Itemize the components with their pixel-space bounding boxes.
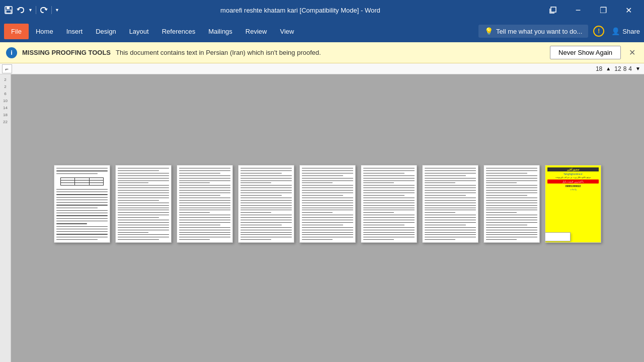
ruler-mark: 10 xyxy=(0,98,11,105)
paste-options-tooltip[interactable]: (Ctrl) ▼ xyxy=(545,232,571,241)
ruler-mark: 2 xyxy=(0,83,11,90)
ruler-mark: 6 xyxy=(0,90,11,98)
page-thumbnail-6[interactable] xyxy=(361,165,417,243)
close-button[interactable]: ✕ xyxy=(617,2,640,18)
page-thumbnail-2[interactable] xyxy=(115,165,172,243)
tab-selector-button[interactable]: ⌐ xyxy=(2,64,12,73)
ad-phone: 09881366622 xyxy=(547,185,599,188)
warning-icon[interactable]: ! xyxy=(593,26,604,37)
svg-rect-3 xyxy=(551,7,556,12)
lightbulb-icon: 💡 xyxy=(485,27,493,35)
menu-item-layout[interactable]: Layout xyxy=(123,25,155,38)
svg-rect-2 xyxy=(6,10,11,13)
menu-item-design[interactable]: Design xyxy=(90,25,122,38)
notification-message: This document contains text in Persian (… xyxy=(116,49,321,56)
menu-item-home[interactable]: Home xyxy=(30,25,59,38)
page-thumbnail-5[interactable] xyxy=(299,165,356,243)
page-thumbnail-3[interactable] xyxy=(177,165,233,243)
page-number-18: 18 xyxy=(596,65,602,72)
page-thumbnail-4[interactable] xyxy=(238,165,294,243)
ruler-mark: 2 xyxy=(0,76,11,83)
minimize-button[interactable]: − xyxy=(567,2,590,18)
ribbon-menu-bar: File Home Insert Design Layout Reference… xyxy=(0,20,644,42)
page-thumbnail-8[interactable] xyxy=(484,165,540,243)
ruler-mark: 22 xyxy=(0,119,11,126)
ruler-mark: 18 xyxy=(0,112,11,119)
never-show-again-button[interactable]: Never Show Again xyxy=(550,46,621,59)
tell-me-text: Tell me what you want to do... xyxy=(496,28,582,35)
vertical-ruler: 2 2 6 10 14 18 22 xyxy=(0,74,11,362)
menu-item-view[interactable]: View xyxy=(274,25,300,38)
notification-bar: i MISSING PROOFING TOOLS This document c… xyxy=(0,42,644,63)
nav-down-button[interactable]: ▼ xyxy=(634,65,642,73)
title-bar: ▼ ▼ moarefi reshte khatam kari [Compatib… xyxy=(0,0,644,20)
page-number-12: 12 xyxy=(614,65,621,72)
ad-text: مرجع دانلـود فایل ورد، پی دی اف، پاورپوی… xyxy=(547,176,599,178)
ad-header: تحقیق آنلاین xyxy=(547,167,599,171)
document-canvas[interactable]: ↖ xyxy=(11,74,644,362)
title-bar-left: ▼ ▼ xyxy=(4,6,59,15)
notification-close-button[interactable]: ✕ xyxy=(626,47,638,59)
page-number-8: 8 xyxy=(623,65,627,72)
save-icon[interactable] xyxy=(4,6,13,15)
svg-rect-1 xyxy=(7,7,10,9)
menu-item-mailings[interactable]: Mailings xyxy=(202,25,238,38)
ad-website: Tahghighonline.ir xyxy=(547,172,599,175)
window-controls: − ❐ ✕ xyxy=(541,2,640,18)
ad-cta: با کمترین قیمت بازار xyxy=(547,179,599,184)
page-thumbnail-9[interactable]: تحقیق آنلاین Tahghighonline.ir مرجع دانل… xyxy=(545,165,601,243)
nav-up-button[interactable]: ▲ xyxy=(604,65,612,73)
ruler-mark: 14 xyxy=(0,105,11,112)
page-thumbnail-7[interactable] xyxy=(422,165,478,243)
ad-footer: واتساپ xyxy=(547,188,599,191)
info-icon: i xyxy=(6,47,17,58)
quick-access-toolbar: ▼ ▼ xyxy=(4,6,59,15)
restore-down-icon[interactable] xyxy=(541,2,565,18)
person-icon: 👤 xyxy=(611,27,620,35)
document-title: moarefi reshte khatam kari [Compatibilit… xyxy=(59,7,541,14)
undo-dropdown-icon[interactable]: ▼ xyxy=(28,8,33,13)
main-document-area: 2 2 6 10 14 18 22 ↖ xyxy=(0,74,644,362)
maximize-button[interactable]: ❐ xyxy=(592,2,615,18)
menu-item-review[interactable]: Review xyxy=(239,25,273,38)
tell-me-input[interactable]: 💡 Tell me what you want to do... xyxy=(478,25,588,38)
page-number-4: 4 xyxy=(628,65,632,72)
page-navigation: 18 ▲ 12 8 4 ▼ xyxy=(596,65,642,73)
notification-title: MISSING PROOFING TOOLS xyxy=(22,49,111,56)
customize-qat-icon[interactable]: ▼ xyxy=(55,8,59,13)
undo-icon[interactable] xyxy=(16,6,25,15)
redo-icon[interactable] xyxy=(39,6,48,15)
page-thumbnail-1[interactable] xyxy=(54,165,110,243)
ruler-bar: ⌐ 18 ▲ 12 8 4 ▼ xyxy=(0,63,644,74)
share-button[interactable]: 👤 Share xyxy=(611,27,640,35)
page-thumbnails-strip: تحقیق آنلاین Tahghighonline.ir مرجع دانل… xyxy=(44,165,611,243)
share-area: ! 👤 Share xyxy=(593,26,640,37)
menu-item-file[interactable]: File xyxy=(4,24,29,39)
menu-item-insert[interactable]: Insert xyxy=(60,25,89,38)
menu-item-references[interactable]: References xyxy=(156,25,201,38)
